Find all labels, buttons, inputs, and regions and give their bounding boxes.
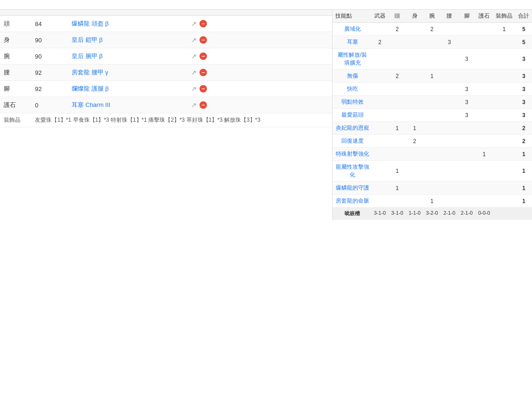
charm-cell [475,23,492,36]
name-cell[interactable]: 爆鱗龍 頭盔 β [68,16,187,32]
right-col-header-4: 腕 [423,10,440,23]
body-cell [406,49,423,70]
col-part [0,10,31,16]
total-cell: 5 [515,36,532,49]
top-bar-item-0[interactable] [11,3,26,7]
remove-icon[interactable]: − [200,53,207,60]
body-cell [406,23,423,36]
col-name [68,10,187,16]
total-cell: 1 [515,148,532,161]
weapon-cell [371,195,388,208]
top-bar-item-5[interactable] [86,3,100,7]
skill-row: 房套龍的命脈11 [332,195,532,208]
name-cell[interactable]: 耳塞 Charm III [68,97,187,113]
head-cell [389,195,406,208]
head-cell: 2 [389,23,406,36]
remove-icon[interactable]: − [200,36,207,44]
slot-charm: 0-0-0 [475,208,492,220]
body-cell [406,148,423,161]
decoration-row: 裝飾品友愛珠【1】*1 早食珠【1】*3 特射珠【1】*1 痛擊珠【2】*3 萃… [0,113,332,127]
skills-table: 技能點武器頭身腕腰腳護石裝飾品合計 廣域化2215耳塞235屬性解放/裝填擴充3… [332,10,532,220]
part-cell: 護石 [0,97,31,113]
deco-cell [493,148,516,161]
leg-cell [458,195,475,208]
defense-cell: 0 [31,97,68,113]
pin-icon[interactable]: ↗ [191,69,197,76]
charm-cell [475,96,492,109]
leg-cell [458,122,475,135]
top-bar-item-1[interactable] [26,3,41,7]
name-cell[interactable]: 爛燦龍 護腿 β [68,81,187,97]
remove-icon[interactable]: − [200,101,207,109]
slot-arm: 3-2-0 [423,208,440,220]
arm-cell [423,161,440,182]
leg-cell: 3 [458,109,475,122]
right-col-header-6: 腳 [458,10,475,23]
leg-cell [458,70,475,83]
action-cell[interactable]: ↗− [187,81,332,97]
charm-cell [475,135,492,148]
skill-name-cell: 龍屬性攻擊強化 [332,161,371,182]
slot-deco [493,208,516,220]
arm-cell [423,83,440,96]
total-cell: 2 [515,122,532,135]
weapon-cell: 2 [371,36,388,49]
body-cell: 1 [406,122,423,135]
weapon-cell [371,148,388,161]
skill-row: 屬性解放/裝填擴充33 [332,49,532,70]
skill-name-cell: 屬性解放/裝填擴充 [332,49,371,70]
deco-cell: 1 [493,23,516,36]
pin-icon[interactable]: ↗ [191,53,197,60]
table-row: 身90皇后 鎧甲 β↗− [0,32,332,48]
pin-icon[interactable]: ↗ [191,101,197,109]
skill-name-cell: 房套龍的命脈 [332,195,371,208]
waist-cell [441,49,458,70]
leg-cell [458,135,475,148]
name-cell[interactable]: 皇后 腕甲 β [68,48,187,65]
total-cell: 3 [515,49,532,70]
waist-cell [441,122,458,135]
top-bar-item-4[interactable] [71,3,86,7]
weapon-cell [371,96,388,109]
skill-name-cell: 無傷 [332,70,371,83]
pin-icon[interactable]: ↗ [191,20,197,27]
part-cell: 頭 [0,16,31,32]
arm-cell [423,49,440,70]
head-cell: 1 [389,182,406,195]
name-cell[interactable]: 皇后 鎧甲 β [68,32,187,48]
armor-number [4,3,11,7]
waist-cell [441,70,458,83]
defense-cell: 90 [31,48,68,65]
head-cell [389,83,406,96]
total-cell: 1 [515,195,532,208]
remove-icon[interactable]: − [200,20,207,27]
remove-icon[interactable]: − [200,69,207,76]
pin-icon[interactable]: ↗ [191,36,197,44]
table-row: 腰92房套龍 腰甲 γ↗− [0,65,332,81]
part-cell: 腰 [0,65,31,81]
top-bar-item-2[interactable] [41,3,56,7]
arm-cell [423,122,440,135]
remove-icon[interactable]: − [200,85,207,92]
action-cell[interactable]: ↗− [187,65,332,81]
pin-icon[interactable]: ↗ [191,85,197,92]
top-bar-item-3[interactable] [56,3,71,7]
action-cell[interactable]: ↗− [187,97,332,113]
waist-cell [441,109,458,122]
skill-row: 炎妃龍的恩寵112 [332,122,532,135]
deco-cell [493,70,516,83]
body-cell [406,109,423,122]
skill-row: 耳塞235 [332,36,532,49]
action-cell[interactable]: ↗− [187,48,332,65]
head-cell [389,148,406,161]
left-panel: 頭84爆鱗龍 頭盔 β↗−身90皇后 鎧甲 β↗−腕90皇后 腕甲 β↗−腰92… [0,10,332,220]
waist-cell: 3 [441,36,458,49]
action-cell[interactable]: ↗− [187,16,332,32]
action-cell[interactable]: ↗− [187,32,332,48]
col-fixed [187,10,332,16]
name-cell[interactable]: 房套龍 腰甲 γ [68,65,187,81]
deco-cell [493,36,516,49]
skill-row: 弱點特效33 [332,96,532,109]
arm-cell: 1 [423,195,440,208]
head-cell: 1 [389,161,406,182]
